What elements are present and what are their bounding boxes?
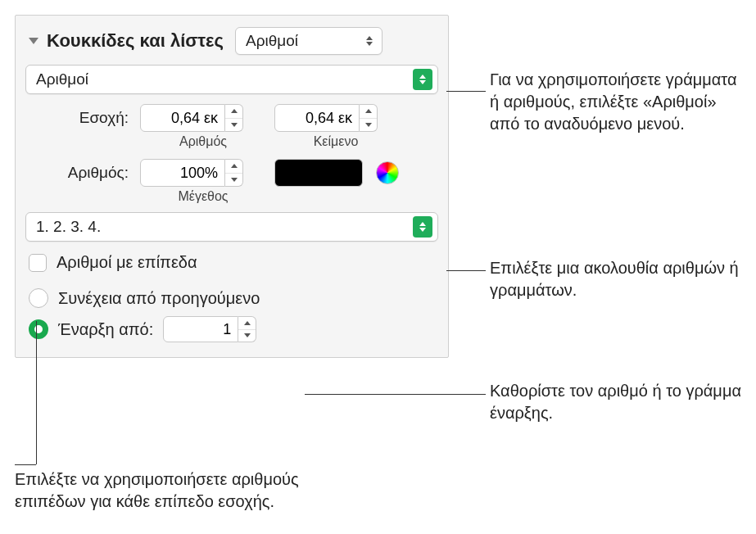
start-from-field[interactable] [163,316,238,342]
bullets-lists-panel: Κουκκίδες και λίστες Αριθμοί Αριθμοί Εσο… [15,15,449,358]
number-size-stepper [140,159,243,187]
indent-text-stepper [274,104,378,132]
start-from-stepper-buttons[interactable] [238,316,256,342]
step-up-icon [238,317,256,330]
color-picker-icon[interactable] [376,161,399,184]
start-from-stepper [163,316,256,342]
step-up-icon [225,160,242,174]
continue-row: Συνέχεια από προηγούμενο [25,288,438,308]
disclosure-triangle-icon[interactable] [29,38,38,44]
step-down-icon [238,330,256,342]
number-size-sublabel: Μέγεθος [152,189,255,204]
tiered-numbers-row: Αριθμοί με επίπεδα [25,253,438,272]
indent-number-stepper [140,104,243,132]
number-size-field[interactable] [140,159,225,187]
chevron-updown-icon [362,32,377,50]
tiered-numbers-checkbox[interactable] [29,254,47,272]
chevron-updown-icon [413,69,432,90]
number-label: Αριθμός: [25,164,132,182]
start-from-label: Έναρξη από: [58,320,153,339]
step-up-icon [360,105,377,119]
number-sequence-value: 1. 2. 3. 4. [36,218,101,236]
indent-number-sublabel: Αριθμός [152,134,255,149]
callout-sequence: Επιλέξτε μια ακολουθία αριθμών ή γραμμάτ… [490,257,752,301]
number-sublabels: Μέγεθος [25,189,438,204]
step-down-icon [360,119,377,132]
callout-line [36,321,37,464]
callout-line [15,464,36,465]
indent-text-sublabel: Κείμενο [284,134,387,149]
chevron-updown-icon [413,216,432,238]
continue-radio[interactable] [29,288,48,308]
panel-header: Κουκκίδες και λίστες Αριθμοί [25,27,438,55]
number-color-well[interactable] [274,159,363,187]
list-type-select[interactable]: Αριθμοί [235,27,383,55]
start-from-row: Έναρξη από: [25,316,438,342]
number-row: Αριθμός: [25,159,438,187]
number-style-select[interactable]: Αριθμοί [25,65,438,94]
callout-line [446,270,486,271]
panel-title: Κουκκίδες και λίστες [47,30,224,52]
number-size-stepper-buttons[interactable] [225,159,243,187]
callout-style: Για να χρησιμοποιήσετε γράμματα ή αριθμο… [490,69,744,135]
indent-label: Εσοχή: [25,109,132,127]
step-down-icon [225,119,242,132]
indent-number-stepper-buttons[interactable] [225,104,243,132]
number-style-value: Αριθμοί [36,70,88,88]
callout-start: Καθορίστε τον αριθμό ή το γράμμα έναρξης… [490,380,752,424]
tiered-numbers-label: Αριθμοί με επίπεδα [57,253,197,272]
start-from-radio[interactable] [29,319,48,339]
number-sequence-select[interactable]: 1. 2. 3. 4. [25,212,438,242]
list-type-value: Αριθμοί [246,32,298,50]
step-up-icon [225,105,242,119]
indent-text-field[interactable] [274,104,360,132]
callout-line [305,394,486,395]
indent-number-field[interactable] [140,104,225,132]
indent-sublabels: Αριθμός Κείμενο [25,134,438,149]
indent-text-stepper-buttons[interactable] [360,104,378,132]
continue-label: Συνέχεια από προηγούμενο [58,289,260,308]
callout-line [446,91,486,92]
step-down-icon [225,174,242,187]
callout-tiered: Επιλέξτε να χρησιμοποιήσετε αριθμούς επι… [15,468,367,513]
indent-row: Εσοχή: [25,104,438,132]
